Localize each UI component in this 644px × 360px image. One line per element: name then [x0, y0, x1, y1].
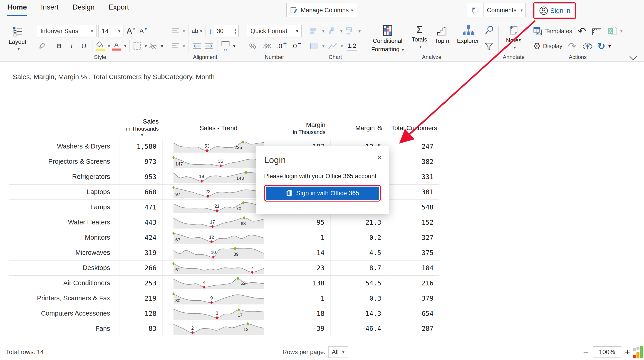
ribbon-group-style: Inforiver Sans ▾ 14 ▾ A▴ A▾: [36, 24, 164, 62]
svg-text:97: 97: [175, 191, 180, 196]
tab-design[interactable]: Design: [73, 3, 95, 16]
sparkline-min-dot: [216, 209, 218, 212]
column-header-customers[interactable]: Total Customers: [387, 124, 440, 137]
conditional-formatting-button[interactable]: Conditional Formatting▾: [369, 24, 406, 53]
row-height-stepper[interactable]: 30 ▴▾: [214, 25, 239, 37]
row-label: Laptops: [9, 184, 119, 199]
number-format-1-2-button[interactable]: 1.2: [346, 41, 357, 51]
filter-icon[interactable]: [484, 42, 494, 51]
fill-color-button[interactable]: ▾: [96, 40, 110, 52]
chart-waterfall-button[interactable]: ▾: [328, 25, 343, 37]
svg-text:53: 53: [204, 144, 209, 149]
tab-home[interactable]: Home: [7, 3, 27, 16]
templates-button[interactable]: Templates: [533, 25, 572, 37]
layout-icon: [12, 26, 23, 37]
display-settings-button[interactable]: ⚙ Display: [533, 40, 562, 52]
wrap-text-button[interactable]: ab → ▾: [192, 25, 202, 37]
bold-button[interactable]: B: [54, 40, 64, 52]
table-row[interactable]: Computers Accessories 128 173 -18 -14.3 …: [9, 306, 440, 321]
divider: [130, 40, 130, 52]
top-n-icon: [436, 25, 448, 36]
zoom-level-box[interactable]: 100%: [593, 347, 621, 358]
sparkline-max-dot: [172, 186, 174, 189]
close-icon[interactable]: ×: [377, 153, 382, 162]
comments-button[interactable]: Comments ▾: [467, 3, 526, 17]
excel-export-button[interactable]: X ▾: [607, 25, 623, 37]
chevron-down-icon: ▾: [358, 29, 360, 33]
quick-format-select[interactable]: Quick Format ▾: [247, 25, 302, 37]
chart-bar-button[interactable]: ▾: [310, 25, 324, 37]
column-width-button[interactable]: ↔ ▾: [221, 40, 236, 52]
chevron-down-icon: ▾: [91, 29, 93, 33]
table-row[interactable]: Microwaves 319 3910 14 4.5 375: [9, 245, 440, 260]
italic-button[interactable]: I: [66, 40, 77, 52]
increase-decimal-button[interactable]: .0+: [276, 40, 287, 52]
notes-button[interactable]: Notes ▾: [504, 24, 524, 50]
chart-table-button[interactable]: ▾: [310, 40, 324, 52]
zoom-out-button[interactable]: −: [583, 344, 588, 360]
currency-format-button[interactable]: $€: [262, 40, 272, 52]
top-n-button[interactable]: Top n: [432, 24, 452, 53]
cell-margin: -1: [275, 230, 330, 245]
shrink-font-button[interactable]: A▾: [138, 25, 148, 37]
tab-insert[interactable]: Insert: [41, 3, 58, 16]
stepper-up-icon[interactable]: ▴: [234, 28, 236, 31]
layout-button[interactable]: Layout ▾: [6, 26, 28, 51]
format-painter-button[interactable]: [37, 40, 48, 52]
manage-columns-button[interactable]: Manage Columns ▾: [286, 3, 357, 17]
borders-button[interactable]: ▾: [133, 40, 147, 52]
tab-export[interactable]: Export: [108, 3, 129, 16]
row-label: Microwaves: [9, 245, 119, 260]
grow-font-button[interactable]: A▴: [126, 25, 136, 37]
table-row[interactable]: Water Heaters 443 6317 95 21.3 152: [9, 215, 440, 230]
column-header-margin-pct[interactable]: Margin %: [330, 124, 387, 137]
redo-button[interactable]: ↷: [567, 40, 578, 52]
refresh-button[interactable]: ↻ ▾: [598, 40, 611, 52]
vertical-align-button[interactable]: ▾: [172, 25, 185, 37]
zoom-in-button[interactable]: +: [625, 344, 630, 360]
totals-button[interactable]: Σ Totals ▾: [410, 24, 430, 53]
undo-button[interactable]: ↶: [577, 25, 587, 37]
table-row[interactable]: Desktops 266 517 23 8.7 184: [9, 260, 440, 275]
cell-margin-pct: -46.4: [330, 321, 387, 336]
font-size-select[interactable]: 14 ▾: [98, 25, 124, 37]
decrease-indent-button[interactable]: [192, 40, 202, 52]
group-label-alignment: Alignment: [193, 53, 217, 62]
cell-trend: 122: [162, 321, 275, 336]
table-row[interactable]: Air Conditioners 253 524 138 54.5 216: [9, 275, 440, 291]
rows-per-page-select[interactable]: All ▾: [328, 347, 348, 358]
sign-in-button[interactable]: Sign in: [535, 4, 574, 17]
chevron-down-icon: ▾: [342, 350, 344, 354]
table-row[interactable]: Fans 83 122 -39 -46.4 287: [9, 321, 440, 336]
increase-indent-button[interactable]: [204, 40, 214, 52]
chevron-down-icon: ▾: [420, 44, 422, 49]
column-header-sales[interactable]: Sales in Thousands ▼: [119, 117, 162, 137]
top-n-label: Top n: [435, 37, 450, 44]
column-header-margin[interactable]: Margin in Thousands: [275, 121, 330, 137]
dialog-message: Please login with your Office 365 accoun…: [264, 173, 381, 180]
chart-combo-button[interactable]: ▾: [346, 25, 360, 37]
font-family-select[interactable]: Inforiver Sans ▾: [37, 25, 96, 37]
explorer-button[interactable]: Explorer: [454, 24, 481, 53]
table-row[interactable]: Printers, Scanners & Fax 219 309 1 0.3 3…: [9, 291, 440, 306]
clear-border-button[interactable]: ▾: [149, 40, 163, 52]
horizontal-align-button[interactable]: ▾: [172, 40, 185, 52]
row-label: Water Heaters: [9, 215, 119, 230]
column-header-trend[interactable]: Sales - Trend: [162, 124, 275, 137]
comments-label: Comments: [484, 7, 518, 14]
font-color-button[interactable]: A ▾: [112, 40, 126, 52]
svg-text:39: 39: [234, 252, 238, 257]
percent-format-button[interactable]: %: [247, 40, 258, 52]
group-label-style: Style: [94, 53, 106, 62]
decrease-decimal-button[interactable]: .0−: [291, 40, 301, 52]
underline-button[interactable]: U: [78, 40, 89, 52]
table-row[interactable]: Monitors 424 6712 -1 -0.2 327: [9, 230, 440, 245]
resize-button[interactable]: [592, 25, 602, 37]
svg-text:7: 7: [251, 265, 254, 270]
stepper-down-icon[interactable]: ▾: [234, 31, 236, 34]
sparkline-button[interactable]: ▾: [328, 40, 343, 52]
sign-in-office365-button[interactable]: Sign in with Office 365: [266, 186, 379, 200]
search-icon[interactable]: [484, 25, 494, 35]
display-label: Display: [543, 43, 562, 50]
upload-button[interactable]: [582, 40, 593, 52]
